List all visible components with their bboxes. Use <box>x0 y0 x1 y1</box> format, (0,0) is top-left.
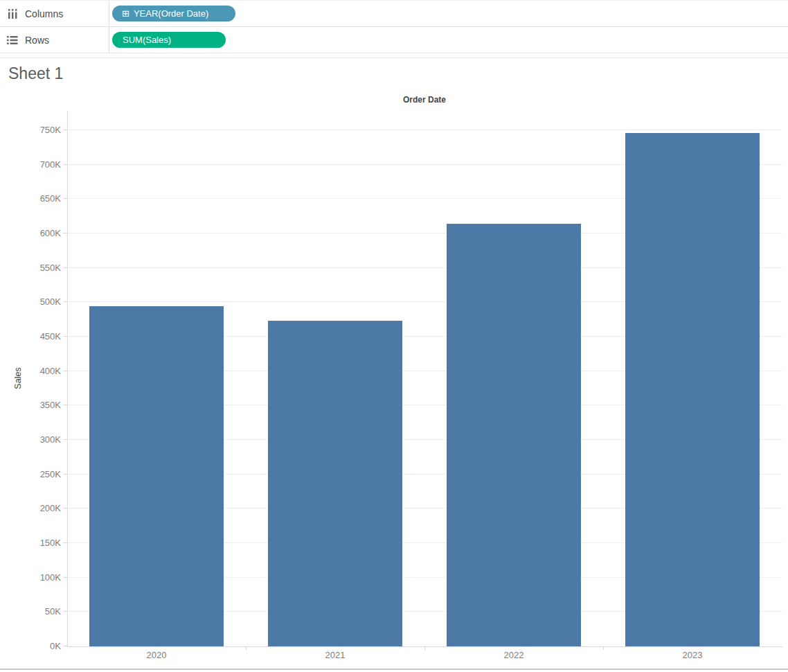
shelf-section-divider <box>0 53 788 58</box>
columns-shelf[interactable]: Columns ⊞ YEAR(Order Date) <box>0 0 788 27</box>
bar-2020[interactable] <box>89 306 224 646</box>
columns-shelf-dropzone[interactable]: ⊞ YEAR(Order Date) <box>109 1 788 26</box>
pill-sum-sales[interactable]: SUM(Sales) <box>112 32 226 48</box>
y-tick-label: 700K <box>0 159 61 170</box>
y-tick-label: 400K <box>0 366 61 377</box>
chart-column-field-label: Order Date <box>67 95 782 105</box>
rows-shelf-dropzone[interactable]: SUM(Sales) <box>109 27 788 53</box>
y-tick-label: 50K <box>0 606 61 617</box>
x-tick-label: 2022 <box>424 650 603 660</box>
pill-year-order-date[interactable]: ⊞ YEAR(Order Date) <box>112 6 235 21</box>
tableau-worksheet-window: Columns ⊞ YEAR(Order Date) Rows <box>0 0 788 672</box>
y-axis-tick-labels: 0K50K100K150K200K250K300K350K400K450K500… <box>0 111 61 646</box>
pill-sum-sales-label: SUM(Sales) <box>123 35 171 45</box>
pill-year-order-date-label: YEAR(Order Date) <box>134 8 208 19</box>
y-tick-label: 600K <box>0 228 61 239</box>
rows-shelf[interactable]: Rows SUM(Sales) <box>0 27 788 53</box>
y-tick-label: 650K <box>0 193 61 204</box>
y-tick-label: 350K <box>0 400 61 411</box>
y-tick-label: 300K <box>0 434 61 445</box>
y-tick-label: 100K <box>0 572 61 583</box>
bar-2023[interactable] <box>625 133 760 646</box>
x-tick-label: 2021 <box>246 650 424 660</box>
x-axis-tick-labels: 2020202120222023 <box>67 650 782 662</box>
columns-shelf-header: Columns <box>0 1 109 26</box>
window-bottom-border <box>0 669 788 670</box>
y-tick-label: 550K <box>0 263 61 274</box>
columns-shelf-label: Columns <box>25 8 63 19</box>
y-tick-label: 450K <box>0 331 61 342</box>
y-tick-label: 750K <box>0 125 61 136</box>
gridline <box>67 130 782 130</box>
x-tick-label: 2020 <box>67 650 246 660</box>
rows-shelf-label: Rows <box>25 35 49 46</box>
bar-2021[interactable] <box>268 321 402 646</box>
y-tick-label: 200K <box>0 503 61 514</box>
y-tick-label: 250K <box>0 469 61 480</box>
sheet-title: Sheet 1 <box>8 64 63 83</box>
rows-shelf-header: Rows <box>0 27 109 53</box>
y-tick-label: 500K <box>0 297 61 308</box>
x-tick-label: 2023 <box>603 650 782 660</box>
plot-area <box>67 111 782 646</box>
rows-list-icon <box>7 35 18 45</box>
bar-2022[interactable] <box>447 224 581 646</box>
columns-grid-icon <box>7 9 18 19</box>
plus-box-icon[interactable]: ⊞ <box>122 9 129 18</box>
y-tick-label: 0K <box>0 641 61 652</box>
y-tick-label: 150K <box>0 538 61 549</box>
